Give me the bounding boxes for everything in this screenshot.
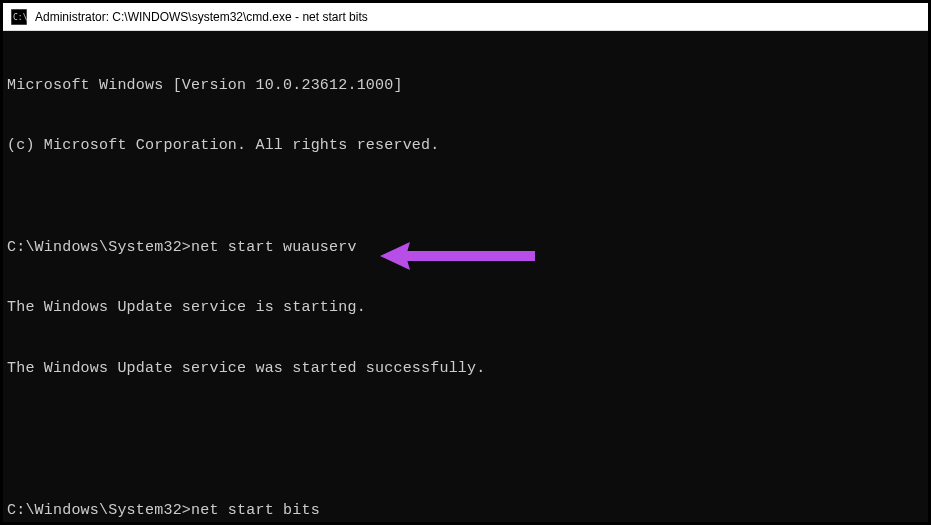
window-title: Administrator: C:\WINDOWS\system32\cmd.e…	[35, 10, 368, 24]
terminal-line: (c) Microsoft Corporation. All rights re…	[7, 136, 924, 156]
terminal-area[interactable]: Microsoft Windows [Version 10.0.23612.10…	[3, 31, 928, 522]
titlebar[interactable]: C:\ Administrator: C:\WINDOWS\system32\c…	[3, 3, 928, 31]
terminal-line: C:\Windows\System32>net start wuauserv	[7, 238, 924, 258]
cmd-window: C:\ Administrator: C:\WINDOWS\system32\c…	[3, 3, 928, 522]
terminal-line: C:\Windows\System32>net start bits	[7, 501, 924, 521]
terminal-line: The Windows Update service was started s…	[7, 359, 924, 379]
terminal-line: The Windows Update service is starting.	[7, 298, 924, 318]
svg-text:C:\: C:\	[13, 13, 27, 22]
cmd-icon: C:\	[11, 9, 27, 25]
annotation-arrow	[325, 216, 540, 304]
terminal-line: Microsoft Windows [Version 10.0.23612.10…	[7, 76, 924, 96]
